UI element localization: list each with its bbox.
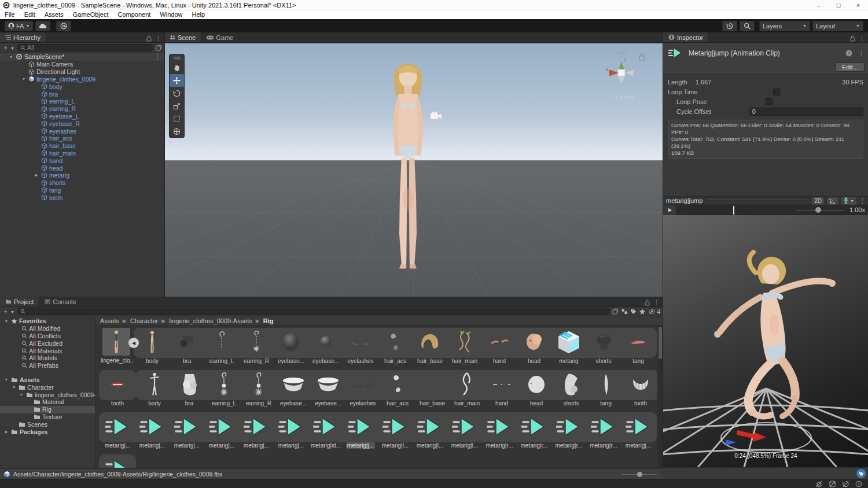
tab-hierarchy[interactable]: Hierarchy xyxy=(0,32,46,42)
asset-hair-base[interactable]: hair_base xyxy=(415,371,450,406)
cloud-button[interactable] xyxy=(35,21,50,31)
hierarchy-row-tooth[interactable]: tooth xyxy=(0,194,164,201)
hierarchy-row-body[interactable]: body xyxy=(0,83,164,90)
hierarchy-row-eyelashes[interactable]: eyelashes xyxy=(0,127,164,135)
create-asset-button[interactable]: ＋ ▼ xyxy=(2,307,14,316)
asset-hair-acs[interactable]: hair_acs xyxy=(380,371,415,406)
project-menu-icon[interactable]: ⋮ xyxy=(653,299,660,306)
hierarchy-row-eyebase-l[interactable]: eyebase_L xyxy=(0,113,164,120)
maximize-button[interactable]: □ xyxy=(829,2,848,9)
auto-refresh-disabled-icon[interactable] xyxy=(842,480,849,487)
hierarchy-menu-icon[interactable]: ⋮ xyxy=(155,35,161,42)
menu-assets[interactable]: Assets xyxy=(40,10,68,19)
slider-knob[interactable] xyxy=(637,472,642,477)
tab-scene[interactable]: Scene xyxy=(165,32,201,42)
hierarchy-row-hair-base[interactable]: hair_base xyxy=(0,142,164,150)
folder-character[interactable]: ▼Character xyxy=(0,383,95,391)
scale-tool-button[interactable] xyxy=(170,99,184,112)
favorites-root[interactable]: ▼Favorites xyxy=(0,317,95,325)
folder-lingerie-clothes-0009-as[interactable]: ▼lingerie_clothes_0009-As xyxy=(0,391,95,398)
asset-metarig-l-[interactable]: metarig|l... xyxy=(447,413,482,449)
asset-body[interactable]: body xyxy=(135,328,170,364)
preview-timeline[interactable] xyxy=(677,205,793,215)
lock-icon[interactable] xyxy=(146,35,152,42)
asset-metarig-[interactable]: metarig|... xyxy=(135,413,170,449)
preview-speed-slider[interactable] xyxy=(793,205,847,215)
hierarchy-row-main-camera[interactable]: Main Camera xyxy=(0,61,164,68)
asset-bra[interactable]: bra xyxy=(170,328,204,364)
help-icon[interactable]: ? xyxy=(845,50,852,57)
preview-2d-toggle[interactable]: 2D xyxy=(812,197,824,205)
hierarchy-row-shorts[interactable]: shorts xyxy=(0,179,164,187)
overlay-grip[interactable] xyxy=(170,54,184,61)
persp-label[interactable]: < Persp xyxy=(615,94,635,101)
hidden-packages-toggle[interactable]: 4 xyxy=(648,308,660,315)
asset-lingerie-clo-[interactable]: lingerie_clo... xyxy=(99,328,134,364)
asset-metarig-[interactable]: metarig|... xyxy=(239,413,274,449)
open-new-window-icon[interactable] xyxy=(156,45,162,51)
asset-tang[interactable]: tang xyxy=(589,371,623,406)
menu-component[interactable]: Component xyxy=(113,10,155,19)
cache-server-disabled-icon[interactable] xyxy=(829,480,836,487)
favorite-all-excluded[interactable]: All Excluded xyxy=(0,339,95,347)
scene-menu-icon[interactable]: ⋮ xyxy=(155,53,161,61)
thumbnail-zoom-slider[interactable] xyxy=(622,471,657,477)
search-by-label-icon[interactable] xyxy=(630,308,637,315)
asset-metarig-r-[interactable]: metarig|r... xyxy=(517,413,551,449)
asset-shorts[interactable]: shorts xyxy=(586,328,621,364)
hierarchy-row-lingerie-clothes-0009[interactable]: ▼lingerie_clothes_0009 xyxy=(0,76,164,83)
menu-gameobject[interactable]: GameObject xyxy=(68,10,113,19)
hierarchy-row-head[interactable]: head xyxy=(0,164,164,172)
asset-metarig-l-[interactable]: metarig|l... xyxy=(378,413,413,449)
favorite-all-materials[interactable]: All Materials xyxy=(0,347,95,354)
tab-project[interactable]: Project xyxy=(0,297,39,306)
undo-history-button[interactable] xyxy=(722,21,737,31)
hierarchy-row-metarig[interactable]: ▶metarig xyxy=(0,172,164,179)
asset-shorts[interactable]: shorts xyxy=(554,371,589,406)
hierarchy-row-tang[interactable]: tang xyxy=(0,187,164,194)
account-button[interactable]: FA ▼ xyxy=(5,21,33,31)
asset-bra[interactable]: bra xyxy=(172,371,207,406)
menu-help[interactable]: Help xyxy=(187,10,209,19)
hierarchy-row-hand[interactable]: hand xyxy=(0,157,164,164)
foldout-arrow-icon[interactable]: ▼ xyxy=(3,319,9,323)
folder-rig[interactable]: Rig xyxy=(0,406,95,413)
hierarchy-row-earring-r[interactable]: earring_R xyxy=(0,105,164,113)
hierarchy-row-earring-l[interactable]: earring_L xyxy=(0,98,164,105)
asset-head[interactable]: head xyxy=(519,371,554,406)
asset-hand[interactable]: hand xyxy=(484,371,519,406)
favorite-all-models[interactable]: All Models xyxy=(0,354,95,362)
foldout-arrow-icon[interactable]: ▶ xyxy=(34,173,39,178)
foldout-arrow-icon[interactable]: ▼ xyxy=(19,393,24,397)
tab-inspector[interactable]: Inspector xyxy=(663,32,709,42)
clip-menu-icon[interactable]: ⋮ xyxy=(858,50,865,57)
asset-metarig-[interactable]: metarig|... xyxy=(274,413,308,449)
asset-metarig-[interactable]: metarig|... xyxy=(170,413,204,449)
progress-idle-icon[interactable] xyxy=(855,480,862,487)
asset-metarig-id-[interactable]: metarig|id... xyxy=(308,413,343,449)
search-by-type-icon[interactable] xyxy=(621,308,628,315)
preview-avatar-dropdown[interactable]: ▼ xyxy=(841,197,856,205)
asset-tooth[interactable]: tooth xyxy=(100,371,135,406)
breadcrumb-lingerie-clothes-0009-assets[interactable]: lingerie_clothes_0009-Assets xyxy=(169,317,252,324)
minimize-button[interactable]: – xyxy=(809,2,829,9)
asset-metarig-l-[interactable]: metarig|l... xyxy=(413,413,447,449)
asset-tang[interactable]: tang xyxy=(621,328,656,364)
asset-hair-main[interactable]: hair_main xyxy=(447,328,482,364)
asset-metarig-r-[interactable]: metarig|r... xyxy=(586,413,621,449)
asset-earring-l[interactable]: earring_L xyxy=(204,328,239,364)
rect-tool-button[interactable] xyxy=(170,112,184,125)
asset-labels-button[interactable] xyxy=(856,469,866,478)
collapse-subassets-button[interactable]: ◀ xyxy=(128,338,139,348)
orientation-gizmo[interactable]: y x xyxy=(597,48,646,98)
hierarchy-search-input[interactable]: All xyxy=(17,44,153,51)
timeline-cursor[interactable] xyxy=(733,206,734,215)
preview-menu-icon[interactable]: ⋮ xyxy=(859,197,866,205)
foldout-arrow-icon[interactable]: ▼ xyxy=(3,378,9,382)
scrollbar-thumb[interactable] xyxy=(659,327,662,359)
asset-metarig-j-[interactable]: metarig|j... xyxy=(343,413,378,449)
inspector-menu-icon[interactable]: ⋮ xyxy=(859,35,865,42)
hierarchy-row-scene[interactable]: ▼ SampleScene* ⋮ xyxy=(0,53,164,61)
breadcrumb-character[interactable]: Character xyxy=(130,317,158,324)
favorites-star-icon[interactable] xyxy=(639,308,646,315)
